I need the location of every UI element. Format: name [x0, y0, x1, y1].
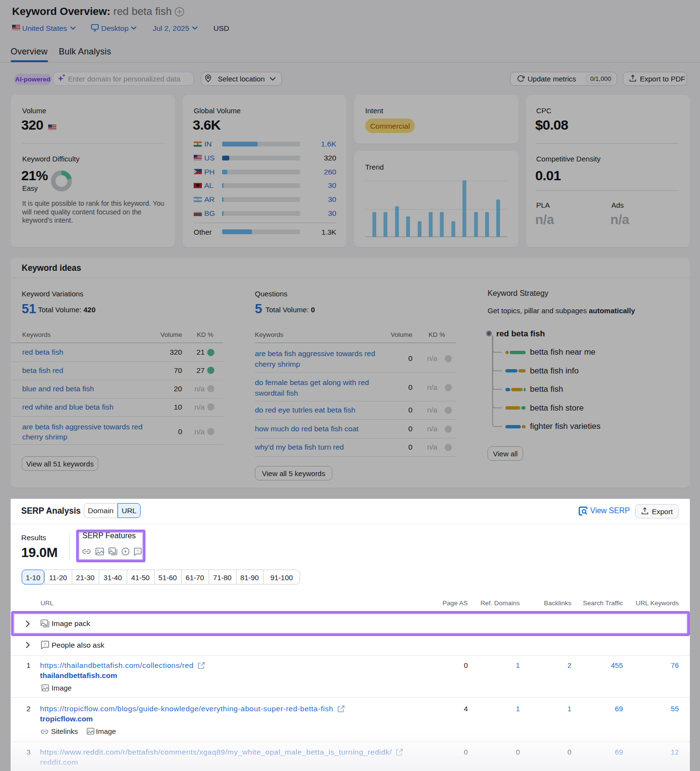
svg-text:?: ? — [43, 641, 46, 647]
